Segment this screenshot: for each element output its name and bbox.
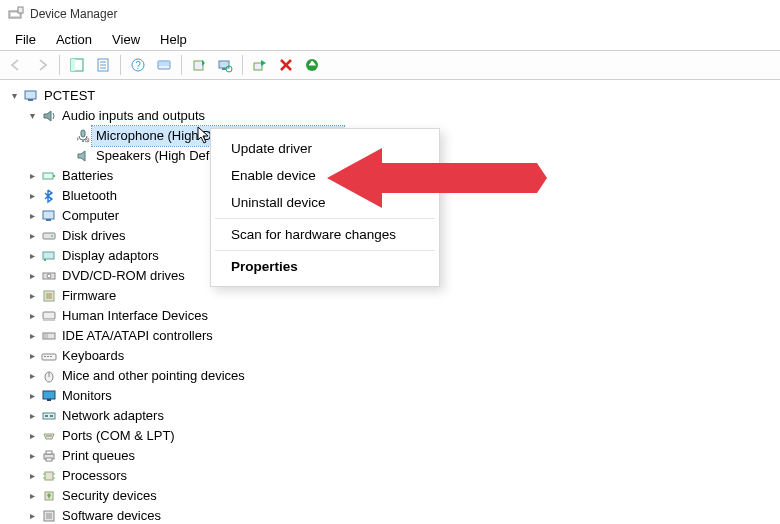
tree-label: PCTEST [40, 86, 99, 106]
svg-rect-53 [50, 415, 53, 417]
svg-rect-39 [43, 319, 55, 321]
ctx-update-driver[interactable]: Update driver [211, 135, 439, 162]
processor-icon [40, 468, 58, 484]
tree-category-processors[interactable]: ▸ Processors [2, 466, 780, 486]
tree-category-mice[interactable]: ▸ Mice and other pointing devices [2, 366, 780, 386]
tree-label: Network adapters [58, 406, 168, 426]
svg-rect-33 [44, 259, 46, 261]
mouse-icon [40, 368, 58, 384]
chevron-right-icon[interactable]: ▸ [24, 328, 40, 344]
chevron-right-icon[interactable]: ▸ [24, 228, 40, 244]
tree-label: Human Interface Devices [58, 306, 212, 326]
svg-rect-26 [43, 173, 53, 179]
update-driver-button[interactable] [187, 53, 211, 77]
toolbar-separator [242, 55, 243, 75]
svg-rect-13 [194, 61, 203, 70]
chevron-right-icon[interactable]: ▸ [24, 388, 40, 404]
properties-button[interactable] [91, 53, 115, 77]
chevron-right-icon[interactable]: ▸ [24, 288, 40, 304]
tree-root[interactable]: ▾ PCTEST [2, 86, 780, 106]
svg-rect-21 [81, 130, 85, 137]
display-adapter-icon [40, 248, 58, 264]
chevron-right-icon[interactable]: ▸ [24, 208, 40, 224]
chevron-right-icon[interactable]: ▸ [24, 168, 40, 184]
context-menu-separator [215, 250, 435, 251]
svg-rect-52 [45, 415, 48, 417]
chevron-right-icon[interactable]: ▸ [24, 488, 40, 504]
keyboard-icon [40, 348, 58, 364]
back-button[interactable] [4, 53, 28, 77]
tree-label: Mice and other pointing devices [58, 366, 249, 386]
chevron-right-icon[interactable]: ▸ [24, 368, 40, 384]
ctx-scan-hardware[interactable]: Scan for hardware changes [211, 221, 439, 248]
svg-rect-44 [44, 356, 46, 357]
uninstall-device-button[interactable] [274, 53, 298, 77]
ide-controller-icon [40, 328, 58, 344]
tree-category-software[interactable]: ▸ Software devices [2, 506, 780, 524]
chevron-right-icon[interactable]: ▸ [24, 508, 40, 524]
tree-label: Ports (COM & LPT) [58, 426, 179, 446]
svg-rect-20 [28, 99, 33, 101]
tree-category-monitors[interactable]: ▸ Monitors [2, 386, 780, 406]
svg-rect-58 [46, 451, 52, 454]
tree-label: Display adaptors [58, 246, 163, 266]
svg-rect-27 [53, 175, 55, 177]
chevron-right-icon[interactable]: ▸ [24, 408, 40, 424]
svg-rect-51 [43, 413, 55, 419]
menu-help[interactable]: Help [151, 30, 196, 49]
chevron-right-icon[interactable]: ▸ [24, 348, 40, 364]
tree-label: Software devices [58, 506, 165, 524]
chevron-right-icon[interactable]: ▸ [24, 308, 40, 324]
svg-point-55 [48, 435, 49, 436]
enable-device-button[interactable] [248, 53, 272, 77]
ctx-enable-device[interactable]: Enable device [211, 162, 439, 189]
tree-category-network[interactable]: ▸ Network adapters [2, 406, 780, 426]
menu-action[interactable]: Action [47, 30, 101, 49]
svg-point-35 [47, 274, 51, 278]
devices-button[interactable] [152, 53, 176, 77]
chevron-right-icon[interactable]: ▸ [24, 188, 40, 204]
tree-category-hid[interactable]: ▸ Human Interface Devices [2, 306, 780, 326]
tree-category-security[interactable]: ▸ Security devices [2, 486, 780, 506]
title-bar: Device Manager [0, 0, 780, 28]
computer-icon [22, 88, 40, 104]
tree-category-keyboards[interactable]: ▸ Keyboards [2, 346, 780, 366]
chevron-down-icon[interactable]: ▾ [6, 88, 22, 104]
forward-button[interactable] [30, 53, 54, 77]
tree-label: Security devices [58, 486, 161, 506]
tree-label: Processors [58, 466, 131, 486]
tree-label: Monitors [58, 386, 116, 406]
network-adapter-icon [40, 408, 58, 424]
add-legacy-button[interactable] [300, 53, 324, 77]
tree-label: Batteries [58, 166, 117, 186]
svg-rect-28 [43, 211, 54, 219]
tree-category-firmware[interactable]: ▸ Firmware [2, 286, 780, 306]
chevron-right-icon[interactable]: ▸ [24, 448, 40, 464]
svg-point-54 [46, 435, 47, 436]
help-button[interactable]: ? [126, 53, 150, 77]
menu-view[interactable]: View [103, 30, 149, 49]
ctx-properties[interactable]: Properties [211, 253, 439, 280]
software-device-icon [40, 508, 58, 524]
tree-category-audio[interactable]: ▾ Audio inputs and outputs [2, 106, 780, 126]
menu-file[interactable]: File [6, 30, 45, 49]
chevron-right-icon[interactable]: ▸ [24, 268, 40, 284]
chevron-right-icon[interactable]: ▸ [24, 468, 40, 484]
chevron-right-icon[interactable]: ▸ [24, 428, 40, 444]
ctx-uninstall-device[interactable]: Uninstall device [211, 189, 439, 216]
svg-rect-50 [47, 399, 51, 401]
tree-category-ide[interactable]: ▸ IDE ATA/ATAPI controllers [2, 326, 780, 346]
tree-label: Computer [58, 206, 123, 226]
toolbar: ? [0, 50, 780, 80]
chevron-right-icon[interactable]: ▸ [24, 248, 40, 264]
svg-rect-46 [50, 356, 52, 357]
svg-rect-15 [222, 68, 226, 70]
show-hide-tree-button[interactable] [65, 53, 89, 77]
svg-rect-32 [43, 252, 54, 259]
scan-hardware-button[interactable] [213, 53, 237, 77]
svg-rect-12 [159, 62, 169, 66]
context-menu: Update driver Enable device Uninstall de… [210, 128, 440, 287]
tree-category-ports[interactable]: ▸ Ports (COM & LPT) [2, 426, 780, 446]
chevron-down-icon[interactable]: ▾ [24, 108, 40, 124]
tree-category-print-queues[interactable]: ▸ Print queues [2, 446, 780, 466]
